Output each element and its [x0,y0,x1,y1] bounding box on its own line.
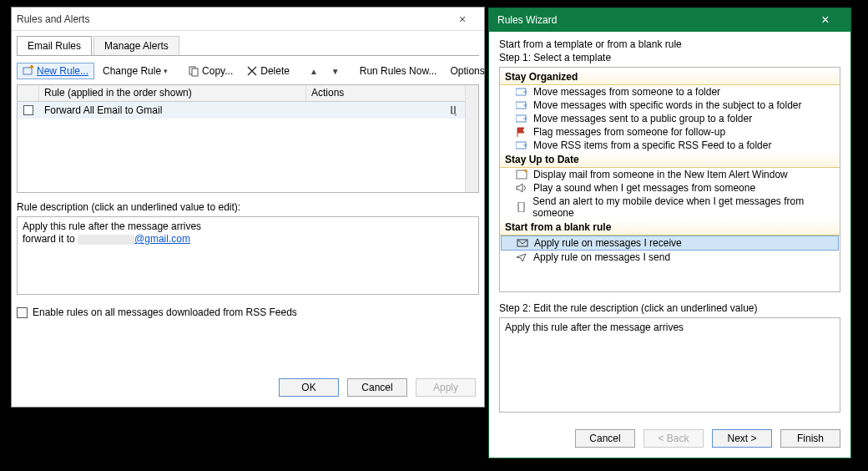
new-rule-icon [23,65,34,77]
template-list: Stay Organized Move messages from someon… [499,67,840,292]
template-option-receive[interactable]: Apply rule on messages I receive [501,236,839,251]
delete-label: Delete [260,65,290,77]
sound-icon [515,182,528,194]
svg-rect-14 [518,202,524,212]
cancel-button[interactable]: Cancel [575,429,635,448]
rss-enable-row[interactable]: Enable rules on all messages downloaded … [17,306,479,318]
rule-action-icons [306,104,465,116]
template-option-send[interactable]: Apply rule on messages I send [500,251,840,264]
option-label: Apply rule on messages I send [533,251,670,263]
flag-icon [515,126,528,138]
rule-checkbox[interactable] [18,105,39,115]
wizard-content: Start from a template or from a blank ru… [489,32,850,419]
close-icon[interactable]: × [809,13,842,28]
new-rule-button[interactable]: New Rule... [17,63,94,79]
template-option[interactable]: Move messages from someone to a folder [500,85,840,99]
grid-header-rule[interactable]: Rule (applied in the order shown) [39,85,306,101]
close-icon[interactable]: × [446,13,479,26]
forward-address-link[interactable]: @gmail.com [78,233,190,245]
envelope-icon [516,237,529,249]
finish-button[interactable]: Finish [780,429,840,448]
tab-panel: New Rule... Change Rule ▾ Copy... Delete [17,55,479,318]
option-label: Move messages with specific words in the… [533,99,801,111]
option-label: Move messages from someone to a folder [533,86,720,98]
template-option[interactable]: Flag messages from someone for follow-up [500,125,840,139]
forward-domain: @gmail.com [134,233,190,245]
tab-manage-alerts[interactable]: Manage Alerts [93,36,179,55]
wizard-title: Rules Wizard [497,14,809,26]
mobile-icon [515,201,527,213]
template-option[interactable]: Move messages with specific words in the… [500,99,840,112]
folder-move-icon [515,139,528,151]
option-label: Send an alert to my mobile device when I… [532,195,835,219]
template-option[interactable]: Move RSS items from a specific RSS Feed … [500,139,840,152]
template-option[interactable]: Display mail from someone in the New Ite… [500,168,840,181]
option-label: Apply rule on messages I receive [534,237,682,249]
move-up-button[interactable]: ▲ [305,65,323,78]
tabs: Email Rules Manage Alerts [12,31,484,55]
rss-checkbox[interactable] [17,307,28,318]
step2-label: Step 2: Edit the rule description (click… [499,302,840,314]
titlebar[interactable]: Rules and Alerts × [12,8,484,31]
copy-button[interactable]: Copy... [183,63,238,78]
folder-move-icon [515,113,528,124]
grid-scrollbar[interactable] [465,85,478,192]
new-rule-label: New Rule... [37,65,88,77]
svg-rect-0 [23,68,32,74]
group-stay-organized: Stay Organized [500,69,840,85]
send-icon [515,251,528,263]
option-label: Move messages sent to a public group to … [533,113,752,124]
dropdown-icon: ▾ [164,67,168,75]
options-button[interactable]: Options [445,63,489,78]
folder-move-icon [515,99,528,111]
next-button[interactable]: Next > [712,429,772,448]
toolbar: New Rule... Change Rule ▾ Copy... Delete [17,61,479,81]
grid-header-actions[interactable]: Actions [306,85,465,101]
template-option[interactable]: Play a sound when I get messages from so… [500,181,840,195]
option-label: Display mail from someone in the New Ite… [533,169,788,180]
dialog-buttons: OK Cancel Apply [12,368,484,407]
group-stay-up-to-date: Stay Up to Date [500,152,840,168]
grid-header-checkbox[interactable] [18,85,39,101]
step2-description-box: Apply this rule after the message arrive… [499,317,840,413]
group-blank-rule: Start from a blank rule [500,220,840,236]
move-down-button[interactable]: ▼ [326,65,345,78]
option-label: Move RSS items from a specific RSS Feed … [533,139,771,151]
template-option[interactable]: Move messages sent to a public group to … [500,112,840,125]
apply-button: Apply [416,378,476,397]
wizard-header2: Step 1: Select a template [499,52,840,63]
svg-rect-4 [192,68,198,76]
option-label: Flag messages from someone for follow-up [533,126,725,138]
svg-rect-8 [454,106,456,114]
folder-move-icon [515,86,528,98]
copy-label: Copy... [202,65,233,77]
rules-grid: Rule (applied in the order shown) Action… [17,84,479,193]
copy-icon [188,65,199,77]
description-line1: Apply this rule after the message arrive… [23,220,473,232]
wizard-buttons: Cancel < Back Next > Finish [489,419,850,458]
grid-header: Rule (applied in the order shown) Action… [18,85,465,102]
rule-row[interactable]: Forward All Email to Gmail [18,102,465,119]
alert-window-icon [515,169,528,180]
option-label: Play a sound when I get messages from so… [533,182,755,194]
svg-rect-7 [451,106,452,114]
forward-tool-icon [447,104,460,116]
change-rule-button[interactable]: Change Rule ▾ [98,63,173,78]
ok-button[interactable]: OK [279,378,339,397]
delete-button[interactable]: Delete [241,63,295,78]
wizard-header1: Start from a template or from a blank ru… [499,38,840,50]
wizard-titlebar[interactable]: Rules Wizard × [489,8,850,32]
cancel-button[interactable]: Cancel [347,378,407,397]
rule-name: Forward All Email to Gmail [39,104,306,116]
tab-email-rules[interactable]: Email Rules [17,36,92,55]
forward-prefix: forward it to [23,233,78,245]
change-rule-label: Change Rule [103,65,161,77]
rules-and-alerts-dialog: Rules and Alerts × Email Rules Manage Al… [11,7,485,408]
template-option[interactable]: Send an alert to my mobile device when I… [500,195,840,220]
description-box: Apply this rule after the message arrive… [17,216,479,295]
redacted-local [78,235,134,245]
run-rules-button[interactable]: Run Rules Now... [355,63,442,78]
rss-label: Enable rules on all messages downloaded … [33,306,297,318]
description-forward-line: forward it to @gmail.com [23,233,473,245]
rules-wizard-dialog: Rules Wizard × Start from a template or … [488,8,851,458]
